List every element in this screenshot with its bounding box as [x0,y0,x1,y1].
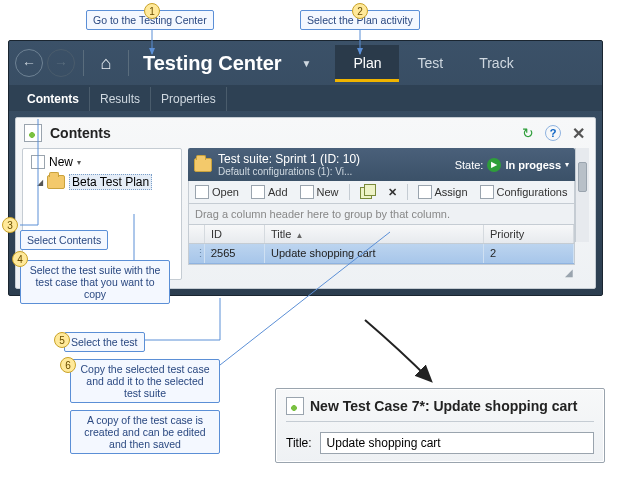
tree-item-label: Beta Test Plan [69,174,152,190]
open-button[interactable]: Open [193,184,241,200]
callout-4: Select the test suite with the test case… [20,260,170,304]
sort-asc-icon: ▲ [295,231,303,240]
subtab-contents[interactable]: Contents [17,87,90,111]
chevron-down-icon: ▾ [77,158,81,167]
new-menu[interactable]: New ▾ [27,153,177,171]
home-button[interactable]: ⌂ [92,49,120,77]
tab-plan[interactable]: Plan [335,45,399,82]
test-suite-area: Test suite: Sprint 1 (ID: 10) Default co… [188,148,589,280]
callout-7: A copy of the test case is created and c… [70,410,220,454]
suite-state[interactable]: State: ▶ In progess ▾ [455,158,569,172]
expander-icon[interactable]: ◢ [37,178,43,187]
cell-id: 2565 [205,244,265,263]
col-id[interactable]: ID [205,225,265,243]
new-icon [31,155,45,169]
tab-track[interactable]: Track [461,45,531,82]
title-input[interactable] [320,432,594,454]
assign-button[interactable]: Assign [416,184,470,200]
subtab-results[interactable]: Results [90,87,151,111]
delete-button[interactable]: ✕ [386,185,399,200]
callout-num-1: 1 [144,3,160,19]
close-icon[interactable]: ✕ [569,124,587,142]
col-priority[interactable]: Priority [484,225,574,243]
callout-5: Select the test [64,332,145,352]
new-test-case-header: New Test Case 7*: Update shopping cart [286,397,594,422]
chevron-down-icon: ▾ [565,160,569,169]
subtab-properties[interactable]: Properties [151,87,227,111]
suite-subtitle: Default configurations (1): Vi... [218,166,449,177]
new-button[interactable]: New [298,184,341,200]
divider [83,50,84,76]
forward-button[interactable]: → [47,49,75,77]
test-case-grid: ID Title▲ Priority ⋮⋮ 2565 Update shoppi… [188,225,575,265]
app-title[interactable]: Testing Center [143,52,282,75]
panel-title: Contents [50,125,111,141]
suite-toolbar: Open Add New ✕ Assign Configurations [188,181,575,204]
divider [128,50,129,76]
new-icon [300,185,314,199]
suite-title: Test suite: Sprint 1 (ID: 10) [218,152,449,166]
callout-3: Select Contents [20,230,108,250]
panel-header: Contents ↻ ? ✕ [16,118,595,148]
configurations-button[interactable]: Configurations [478,184,570,200]
document-icon [24,124,42,142]
suite-icon [194,158,212,172]
help-icon[interactable]: ? [545,125,561,141]
title-field-row: Title: [286,432,594,454]
config-icon [480,185,494,199]
vertical-scrollbar[interactable] [575,148,589,242]
new-label: New [49,155,73,169]
tree-item-beta-test-plan[interactable]: ◢ Beta Test Plan [33,171,177,193]
add-icon [251,185,265,199]
titlebar: ← → ⌂ Testing Center ▼ Plan Test Track [9,41,602,85]
suite-header: Test suite: Sprint 1 (ID: 10) Default co… [188,148,575,181]
callout-num-5: 5 [54,332,70,348]
copy-icon [360,185,376,199]
callout-num-3: 3 [2,217,18,233]
activity-tabs: Plan Test Track [335,45,531,82]
refresh-icon[interactable]: ↻ [519,124,537,142]
cell-title: Update shopping cart [265,244,484,263]
app-window: ← → ⌂ Testing Center ▼ Plan Test Track C… [8,40,603,296]
tab-test[interactable]: Test [399,45,461,82]
cell-priority: 2 [484,244,574,263]
scrollbar-thumb[interactable] [578,162,587,192]
subtabs: Contents Results Properties [9,85,602,111]
app-title-dropdown-icon[interactable]: ▼ [302,58,312,69]
separator [407,184,408,200]
assign-icon [418,185,432,199]
document-icon [286,397,304,415]
copy-button[interactable] [358,184,378,200]
add-button[interactable]: Add [249,184,290,200]
callout-6: Copy the selected test case and add it t… [70,359,220,403]
new-test-case-panel: New Test Case 7*: Update shopping cart T… [275,388,605,463]
table-row[interactable]: ⋮⋮ 2565 Update shopping cart 2 [189,244,574,264]
group-by-hint[interactable]: Drag a column header here to group by th… [188,204,575,225]
callout-num-4: 4 [12,251,28,267]
callout-num-6: 6 [60,357,76,373]
grid-header: ID Title▲ Priority [189,225,574,244]
resize-grip-icon[interactable]: ◢ [188,265,575,280]
open-icon [195,185,209,199]
state-label: State: [455,159,484,171]
col-drag[interactable] [189,225,205,243]
drag-handle-icon[interactable]: ⋮⋮ [189,244,205,263]
state-value: In progess [505,159,561,171]
col-title[interactable]: Title▲ [265,225,484,243]
folder-icon [47,175,65,189]
separator [349,184,350,200]
callout-num-2: 2 [352,3,368,19]
title-label: Title: [286,436,312,450]
back-button[interactable]: ← [15,49,43,77]
play-icon: ▶ [487,158,501,172]
